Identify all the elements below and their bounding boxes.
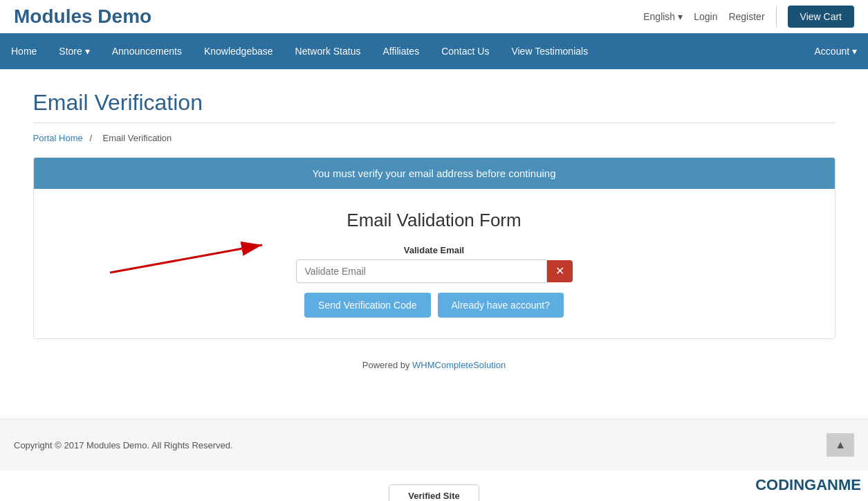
already-have-account-button[interactable]: Already have account? [438, 293, 564, 318]
verified-badge: Verified Site modulesdemos.com ACTIVE 20… [389, 484, 479, 501]
red-arrow-icon [103, 231, 283, 286]
page-content: Email Verification Portal Home / Email V… [19, 69, 849, 419]
language-selector[interactable]: English ▾ [643, 11, 683, 22]
page-title: Email Verification [33, 90, 835, 116]
breadcrumb-home[interactable]: Portal Home [33, 133, 83, 143]
language-label: English [643, 11, 675, 22]
form-title: Email Validation Form [347, 210, 521, 231]
nav-affiliates[interactable]: Affiliates [371, 33, 430, 69]
bottom-area: Verified Site modulesdemos.com ACTIVE 20… [0, 471, 868, 501]
nav-view-testimonials[interactable]: View Testimonials [500, 33, 599, 69]
powered-by-text: Powered by [362, 360, 412, 370]
main-nav: Home Store ▾ Announcements Knowledgebase… [0, 33, 868, 69]
footer-copyright: Copyright © 2017 Modules Demo. All Right… [14, 440, 233, 450]
nav-network-status[interactable]: Network Status [284, 33, 372, 69]
view-cart-button[interactable]: View Cart [788, 6, 854, 28]
breadcrumb-separator: / [89, 133, 94, 143]
breadcrumb-current: Email Verification [103, 133, 172, 143]
clear-button[interactable]: ✕ [547, 260, 573, 282]
nav-store[interactable]: Store ▾ [48, 33, 100, 69]
nav-announcements[interactable]: Announcements [101, 33, 193, 69]
divider [776, 6, 777, 27]
card-body: Email Validation Form Validate Email [34, 189, 835, 338]
card-header: You must verify your email address befor… [34, 158, 835, 189]
send-verification-button[interactable]: Send Verification Code [304, 293, 430, 318]
nav-knowledgebase[interactable]: Knowledgebase [193, 33, 284, 69]
email-form: Validate Email ✕ Send Verification Code … [296, 245, 573, 318]
chevron-down-icon: ▾ [678, 11, 683, 22]
register-link[interactable]: Register [728, 11, 764, 22]
nav-home[interactable]: Home [0, 33, 48, 69]
badge-title: Verified Site [398, 491, 470, 501]
input-row: ✕ [296, 259, 573, 283]
verification-card: You must verify your email address befor… [33, 157, 835, 339]
powered-by: Powered by WHMCompleteSolution [33, 360, 835, 370]
svg-line-1 [110, 245, 262, 273]
nav-account[interactable]: Account ▾ [804, 33, 868, 69]
button-row: Send Verification Code Already have acco… [304, 293, 564, 318]
site-title: Modules Demo [14, 6, 151, 28]
breadcrumb: Portal Home / Email Verification [33, 133, 835, 143]
powered-by-link[interactable]: WHMCompleteSolution [412, 360, 506, 370]
back-to-top-button[interactable]: ▲ [827, 433, 854, 457]
nav-contact-us[interactable]: Contact Us [430, 33, 500, 69]
field-label: Validate Email [296, 245, 573, 255]
title-divider [33, 122, 835, 123]
login-link[interactable]: Login [694, 11, 717, 22]
codinganme-logo: CODINGANME [755, 476, 861, 494]
footer: Copyright © 2017 Modules Demo. All Right… [0, 419, 868, 471]
email-input[interactable] [296, 259, 547, 283]
